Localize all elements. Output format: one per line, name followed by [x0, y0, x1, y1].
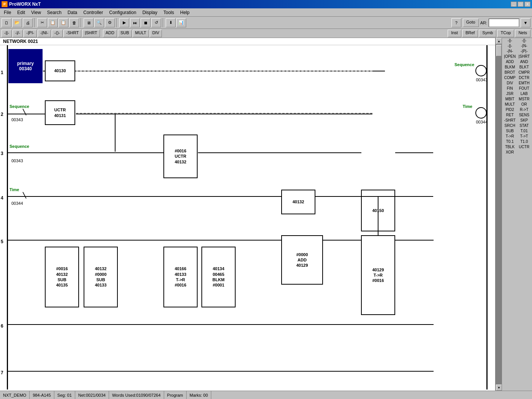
- reset-button[interactable]: ↺: [151, 18, 161, 27]
- tab-inst[interactable]: Inst: [448, 30, 461, 37]
- inst-div[interactable]: DIV: [150, 30, 162, 37]
- rp-item-3[interactable]: -|N- -|P|-: [502, 49, 532, 54]
- rp-item-21[interactable]: TBLK UCTR: [502, 144, 532, 150]
- menu-data[interactable]: Data: [65, 9, 80, 16]
- download-button[interactable]: ⬇: [166, 18, 176, 27]
- inst-pi[interactable]: -|PI-: [24, 30, 37, 37]
- ar-input[interactable]: [489, 19, 519, 27]
- rp-item-17[interactable]: SRCH STAT: [502, 123, 532, 128]
- rp-item-4[interactable]: |OPEN |SHRT: [502, 54, 532, 59]
- delete-button[interactable]: 🗑: [69, 18, 79, 27]
- rp-item-9[interactable]: DIV EMTH: [502, 81, 532, 86]
- scroll-track[interactable]: [496, 44, 502, 385]
- inst-shrt[interactable]: -SHRT: [63, 30, 81, 37]
- rung4-block1-addr: 40132: [293, 199, 304, 204]
- search-toolbar-button[interactable]: 🔍: [94, 18, 104, 27]
- rp-item-20[interactable]: T0.1 T1.0: [502, 139, 532, 144]
- tab-nets[interactable]: Nets: [515, 30, 530, 37]
- menu-help[interactable]: Help: [177, 9, 193, 16]
- close-button[interactable]: X: [524, 2, 530, 7]
- tab-symb[interactable]: Symb: [479, 30, 496, 37]
- rung2-block-addr: 40131: [54, 113, 66, 118]
- rp-item-1[interactable]: -||- -|]-: [502, 38, 532, 43]
- menu-view[interactable]: View: [28, 9, 44, 16]
- scroll-thumb[interactable]: [496, 45, 502, 56]
- scroll-down[interactable]: ▼: [496, 385, 502, 391]
- rp-item-15[interactable]: RET SENS: [502, 112, 532, 118]
- menu-edit[interactable]: Edit: [14, 9, 28, 16]
- rp-item-12[interactable]: MBIT MSTR: [502, 97, 532, 102]
- print-button[interactable]: 🖨: [23, 18, 33, 27]
- rp-item-7[interactable]: BROT CMPR: [502, 70, 532, 75]
- rp-item-13[interactable]: MULT OR: [502, 102, 532, 107]
- restore-button[interactable]: □: [518, 2, 524, 7]
- status-marks: Marks: 00: [187, 391, 211, 399]
- rung5-block5: #0000 ADD 40129: [281, 235, 323, 285]
- rung6-hline: [8, 324, 434, 325]
- run-button[interactable]: ▶: [119, 18, 129, 27]
- rung3-block-label: UCTR: [175, 154, 187, 159]
- menu-bar: File Edit View Search Data Controller Co…: [0, 8, 532, 17]
- inst-no[interactable]: -|/-: [13, 30, 23, 37]
- rung5-block6: 40129 T->R #0016: [361, 235, 395, 315]
- rp-item-19[interactable]: T->R T->T: [502, 134, 532, 139]
- tab-bref[interactable]: BRef: [462, 30, 478, 37]
- left-rail: [7, 45, 8, 390]
- rp-item-18[interactable]: SUB T.01: [502, 128, 532, 134]
- app-title: ProWORX NxT: [9, 2, 41, 7]
- rp-col-right: DCTR: [517, 76, 532, 80]
- rung2-num: 2: [1, 112, 3, 117]
- cut-button[interactable]: ✂: [37, 18, 47, 27]
- inst-shrt2[interactable]: |SHRT: [82, 30, 100, 37]
- rung1-coil-label: Sequence: [454, 62, 474, 67]
- stop-button[interactable]: ⏹: [141, 18, 150, 27]
- title-bar: P ProWORX NxT _ □ X: [0, 0, 532, 8]
- menu-tools[interactable]: Tools: [160, 9, 177, 16]
- goto-button[interactable]: Goto: [463, 19, 479, 27]
- rp-item-6[interactable]: BLKM BLKT: [502, 65, 532, 70]
- inst-coil[interactable]: -()-: [52, 30, 63, 37]
- rp-col-left: DIV: [503, 81, 517, 85]
- copy-button[interactable]: 📋: [48, 18, 58, 27]
- rp-col-right: SKP: [517, 118, 532, 122]
- inst-sub[interactable]: SUB: [118, 30, 132, 37]
- rp-item-5[interactable]: ADD AND: [502, 59, 532, 65]
- tab-tcop[interactable]: TCop: [497, 30, 514, 37]
- rp-item-10[interactable]: FIN FOUT: [502, 86, 532, 91]
- open-button[interactable]: 📂: [12, 18, 22, 27]
- rp-item-11[interactable]: JSR LAB: [502, 91, 532, 97]
- rp-item-14[interactable]: PID2 R->T: [502, 107, 532, 112]
- inst-ni[interactable]: -|NI-: [38, 30, 51, 37]
- menu-search[interactable]: Search: [44, 9, 65, 16]
- rung5-block4: 40134 00465 BLKM #0001: [201, 247, 236, 307]
- paste-button[interactable]: 📋: [59, 18, 68, 27]
- new-button[interactable]: 🗋: [2, 18, 11, 27]
- rp-item-2[interactable]: -||- -|N-: [502, 43, 532, 49]
- step-button[interactable]: ⏭: [130, 18, 140, 27]
- right-instruction-panel: -||- -|]- -||- -|N- -|N- -|P|- |OPEN |SH…: [502, 38, 532, 391]
- rp-col-left: PID2: [503, 108, 517, 112]
- ladder-content[interactable]: primary 00340 1 40130 Sequence 00343 2 S…: [0, 45, 495, 390]
- config-button[interactable]: ⚙: [105, 18, 115, 27]
- rp-item-8[interactable]: COMP DCTR: [502, 75, 532, 81]
- menu-configuration[interactable]: Configuration: [106, 9, 139, 16]
- menu-display[interactable]: Display: [139, 9, 160, 16]
- menu-controller[interactable]: Controller: [80, 9, 106, 16]
- inst-add[interactable]: ADD: [103, 30, 117, 37]
- rp-item-16[interactable]: -SHRT SKP: [502, 118, 532, 123]
- help-button[interactable]: ?: [451, 18, 461, 27]
- ar-dropdown[interactable]: ▼: [521, 18, 530, 27]
- rung3-uctr-block: #0016 UCTR 40132: [163, 135, 198, 178]
- chart-button[interactable]: 📊: [176, 18, 186, 27]
- inst-mult[interactable]: MULT: [133, 30, 149, 37]
- rp-col-right: SENS: [517, 113, 532, 117]
- minimize-button[interactable]: _: [511, 2, 517, 7]
- monitor-button[interactable]: 🖥: [84, 18, 93, 27]
- rp-col-left: -||-: [503, 38, 517, 43]
- scroll-up[interactable]: ▲: [496, 38, 502, 44]
- rp-col-right: -|P|-: [517, 49, 532, 53]
- rp-item-22[interactable]: XOR: [502, 150, 532, 155]
- menu-file[interactable]: File: [1, 9, 14, 16]
- vertical-scrollbar[interactable]: ▲ ▼: [496, 38, 502, 391]
- inst-nc[interactable]: -||-: [2, 30, 12, 37]
